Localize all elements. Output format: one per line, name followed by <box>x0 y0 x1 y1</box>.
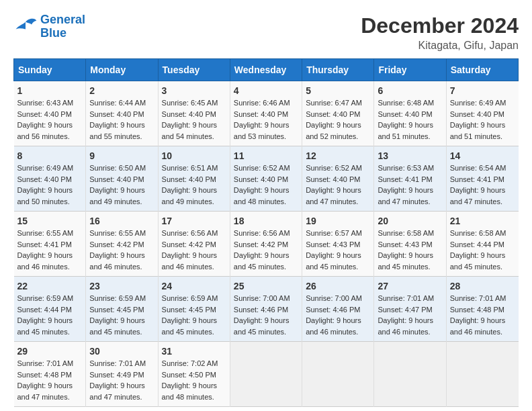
day-info: Sunrise: 6:54 AMSunset: 4:41 PMDaylight:… <box>450 163 515 207</box>
logo-text: General Blue <box>40 13 85 40</box>
calendar-cell: 19Sunrise: 6:57 AMSunset: 4:43 PMDayligh… <box>302 212 374 277</box>
day-info: Sunrise: 6:44 AMSunset: 4:40 PMDaylight:… <box>89 97 154 142</box>
logo-icon <box>13 17 38 37</box>
day-info: Sunrise: 7:02 AMSunset: 4:50 PMDaylight:… <box>162 358 226 402</box>
day-info: Sunrise: 6:49 AMSunset: 4:40 PMDaylight:… <box>450 97 515 142</box>
day-info: Sunrise: 6:48 AMSunset: 4:40 PMDaylight:… <box>378 97 442 142</box>
calendar-cell: 15Sunrise: 6:55 AMSunset: 4:41 PMDayligh… <box>14 212 86 277</box>
day-number: 8 <box>17 150 83 161</box>
day-info: Sunrise: 6:49 AMSunset: 4:40 PMDaylight:… <box>17 163 83 207</box>
calendar-cell: 21Sunrise: 6:58 AMSunset: 4:44 PMDayligh… <box>446 212 518 277</box>
calendar-cell <box>446 342 518 407</box>
calendar-cell: 11Sunrise: 6:52 AMSunset: 4:40 PMDayligh… <box>230 146 302 212</box>
day-info: Sunrise: 7:00 AMSunset: 4:46 PMDaylight:… <box>234 293 298 337</box>
day-number: 21 <box>450 216 515 226</box>
calendar-cell: 24Sunrise: 6:59 AMSunset: 4:45 PMDayligh… <box>158 277 230 342</box>
calendar-cell: 3Sunrise: 6:45 AMSunset: 4:40 PMDaylight… <box>158 81 230 146</box>
day-number: 28 <box>450 281 515 291</box>
location: Kitagata, Gifu, Japan <box>361 40 519 52</box>
calendar-cell: 6Sunrise: 6:48 AMSunset: 4:40 PMDaylight… <box>374 81 446 146</box>
day-number: 31 <box>162 346 226 357</box>
day-info: Sunrise: 6:46 AMSunset: 4:40 PMDaylight:… <box>234 97 298 142</box>
calendar-cell: 28Sunrise: 7:01 AMSunset: 4:48 PMDayligh… <box>446 277 518 342</box>
day-number: 17 <box>162 216 226 226</box>
day-number: 25 <box>234 281 298 291</box>
calendar-row: 8Sunrise: 6:49 AMSunset: 4:40 PMDaylight… <box>14 146 519 212</box>
day-number: 3 <box>162 85 226 96</box>
calendar-row: 22Sunrise: 6:59 AMSunset: 4:44 PMDayligh… <box>14 277 519 342</box>
day-info: Sunrise: 6:58 AMSunset: 4:43 PMDaylight:… <box>378 228 442 272</box>
day-info: Sunrise: 6:43 AMSunset: 4:40 PMDaylight:… <box>17 97 83 142</box>
calendar-cell: 9Sunrise: 6:50 AMSunset: 4:40 PMDaylight… <box>86 146 158 212</box>
calendar-cell <box>374 342 446 407</box>
calendar-row: 1Sunrise: 6:43 AMSunset: 4:40 PMDaylight… <box>14 81 519 146</box>
day-number: 16 <box>89 216 154 226</box>
calendar-cell: 13Sunrise: 6:53 AMSunset: 4:41 PMDayligh… <box>374 146 446 212</box>
calendar-cell: 1Sunrise: 6:43 AMSunset: 4:40 PMDaylight… <box>14 81 86 146</box>
day-number: 1 <box>17 85 83 96</box>
col-tuesday: Tuesday <box>158 59 230 81</box>
calendar-cell: 5Sunrise: 6:47 AMSunset: 4:40 PMDaylight… <box>302 81 374 146</box>
day-number: 15 <box>17 216 83 226</box>
calendar-cell: 4Sunrise: 6:46 AMSunset: 4:40 PMDaylight… <box>230 81 302 146</box>
day-number: 20 <box>378 216 442 226</box>
day-number: 26 <box>306 281 370 291</box>
day-info: Sunrise: 7:01 AMSunset: 4:49 PMDaylight:… <box>89 358 154 402</box>
day-info: Sunrise: 7:00 AMSunset: 4:46 PMDaylight:… <box>306 293 370 337</box>
day-info: Sunrise: 6:52 AMSunset: 4:40 PMDaylight:… <box>234 163 298 207</box>
day-number: 23 <box>89 281 154 291</box>
calendar-cell: 12Sunrise: 6:52 AMSunset: 4:40 PMDayligh… <box>302 146 374 212</box>
calendar-cell: 16Sunrise: 6:55 AMSunset: 4:42 PMDayligh… <box>86 212 158 277</box>
logo: General Blue <box>13 13 85 40</box>
day-number: 30 <box>89 346 154 357</box>
day-info: Sunrise: 6:56 AMSunset: 4:42 PMDaylight:… <box>162 228 226 272</box>
day-number: 24 <box>162 281 226 291</box>
day-info: Sunrise: 6:59 AMSunset: 4:45 PMDaylight:… <box>89 293 154 337</box>
title-section: December 2024 Kitagata, Gifu, Japan <box>361 13 519 52</box>
day-info: Sunrise: 6:56 AMSunset: 4:42 PMDaylight:… <box>234 228 298 272</box>
day-info: Sunrise: 6:45 AMSunset: 4:40 PMDaylight:… <box>162 97 226 142</box>
calendar-cell: 7Sunrise: 6:49 AMSunset: 4:40 PMDaylight… <box>446 81 518 146</box>
col-saturday: Saturday <box>446 59 518 81</box>
calendar-row: 15Sunrise: 6:55 AMSunset: 4:41 PMDayligh… <box>14 212 519 277</box>
day-number: 4 <box>234 85 298 96</box>
page-header: General Blue December 2024 Kitagata, Gif… <box>13 13 519 52</box>
calendar-cell: 22Sunrise: 6:59 AMSunset: 4:44 PMDayligh… <box>14 277 86 342</box>
calendar-cell: 18Sunrise: 6:56 AMSunset: 4:42 PMDayligh… <box>230 212 302 277</box>
calendar-cell: 30Sunrise: 7:01 AMSunset: 4:49 PMDayligh… <box>86 342 158 407</box>
day-info: Sunrise: 6:58 AMSunset: 4:44 PMDaylight:… <box>450 228 515 272</box>
day-number: 18 <box>234 216 298 226</box>
day-info: Sunrise: 6:50 AMSunset: 4:40 PMDaylight:… <box>89 163 154 207</box>
calendar-cell <box>302 342 374 407</box>
calendar-cell: 31Sunrise: 7:02 AMSunset: 4:50 PMDayligh… <box>158 342 230 407</box>
calendar-cell: 29Sunrise: 7:01 AMSunset: 4:48 PMDayligh… <box>14 342 86 407</box>
day-number: 22 <box>17 281 83 291</box>
calendar-cell <box>230 342 302 407</box>
day-info: Sunrise: 6:51 AMSunset: 4:40 PMDaylight:… <box>162 163 226 207</box>
calendar-cell: 27Sunrise: 7:01 AMSunset: 4:47 PMDayligh… <box>374 277 446 342</box>
day-info: Sunrise: 6:47 AMSunset: 4:40 PMDaylight:… <box>306 97 370 142</box>
day-info: Sunrise: 6:59 AMSunset: 4:45 PMDaylight:… <box>162 293 226 337</box>
day-info: Sunrise: 7:01 AMSunset: 4:47 PMDaylight:… <box>378 293 442 337</box>
day-info: Sunrise: 6:57 AMSunset: 4:43 PMDaylight:… <box>306 228 370 272</box>
day-number: 12 <box>306 150 370 161</box>
calendar-cell: 14Sunrise: 6:54 AMSunset: 4:41 PMDayligh… <box>446 146 518 212</box>
col-sunday: Sunday <box>14 59 86 81</box>
month-title: December 2024 <box>361 13 519 38</box>
day-info: Sunrise: 6:52 AMSunset: 4:40 PMDaylight:… <box>306 163 370 207</box>
calendar-row: 29Sunrise: 7:01 AMSunset: 4:48 PMDayligh… <box>14 342 519 407</box>
calendar-cell: 26Sunrise: 7:00 AMSunset: 4:46 PMDayligh… <box>302 277 374 342</box>
day-number: 29 <box>17 346 83 357</box>
col-wednesday: Wednesday <box>230 59 302 81</box>
calendar-cell: 23Sunrise: 6:59 AMSunset: 4:45 PMDayligh… <box>86 277 158 342</box>
calendar-cell: 20Sunrise: 6:58 AMSunset: 4:43 PMDayligh… <box>374 212 446 277</box>
col-monday: Monday <box>86 59 158 81</box>
day-info: Sunrise: 6:53 AMSunset: 4:41 PMDaylight:… <box>378 163 442 207</box>
col-friday: Friday <box>374 59 446 81</box>
day-number: 27 <box>378 281 442 291</box>
day-number: 5 <box>306 85 370 96</box>
calendar-cell: 2Sunrise: 6:44 AMSunset: 4:40 PMDaylight… <box>86 81 158 146</box>
day-number: 13 <box>378 150 442 161</box>
header-row: Sunday Monday Tuesday Wednesday Thursday… <box>14 59 519 81</box>
day-info: Sunrise: 7:01 AMSunset: 4:48 PMDaylight:… <box>17 358 83 402</box>
